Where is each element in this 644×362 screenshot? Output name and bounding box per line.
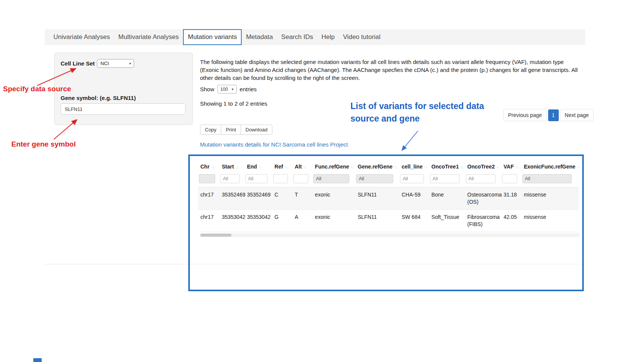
next-page-button[interactable]: Next page [560, 109, 594, 121]
tab-video-tutorial[interactable]: Video tutorial [339, 29, 385, 45]
filter-input-oncotree2[interactable] [466, 174, 496, 183]
filter-cell [501, 173, 521, 187]
table-cell: chr17 [198, 210, 219, 232]
blue-arrow-variants-table [402, 131, 418, 150]
gene-symbol-input[interactable] [61, 103, 186, 115]
column-header-alt[interactable]: Alt↑↓ [292, 161, 313, 173]
gene-symbol-label: Gene symbol: (e.g. SLFN11) [61, 95, 136, 101]
column-header-ref[interactable]: Ref↑↓ [272, 161, 292, 173]
table-cell: SW 684 [399, 210, 429, 232]
cell-line-set-row: Cell Line Set NCI ▾ [61, 59, 134, 68]
sort-icon: ↑↓ [284, 165, 288, 169]
current-page-button[interactable]: 1 [548, 109, 559, 121]
filter-select-gene-refgene[interactable]: All [356, 174, 393, 183]
annotation-list-of-variants: List of variants for selected data sourc… [350, 100, 502, 125]
table-cell: 31.18 [501, 187, 521, 210]
table-row[interactable]: chr173535246935352469CTexonicSLFN11CHA-5… [198, 187, 579, 210]
filter-cell [198, 173, 219, 187]
column-label: ExonicFunc.refGene [524, 164, 575, 170]
chevron-down-icon: ▾ [129, 61, 131, 66]
filter-select-exonicfunc-refgene[interactable]: All [522, 174, 572, 183]
tab-search-ids[interactable]: Search IDs [277, 29, 317, 45]
filter-cell [465, 173, 502, 187]
column-label: Ref [275, 164, 283, 170]
tab-metadata[interactable]: Metadata [242, 29, 277, 45]
filter-cell [399, 173, 429, 187]
download-button[interactable]: Download [241, 125, 272, 135]
table-cell: Osteosarcoma (OS) [465, 187, 502, 210]
column-header-chr[interactable]: Chr↑↓ [198, 161, 219, 173]
filter-input-end[interactable] [245, 174, 267, 183]
entries-label: entries [240, 86, 257, 92]
table-cell: chr17 [198, 187, 219, 210]
copy-button[interactable]: Copy [200, 125, 221, 135]
table-cell: SLFN11 [355, 187, 399, 210]
table-cell: 35353042 [219, 210, 245, 232]
column-header-cell-line[interactable]: cell_line↑↓ [399, 161, 429, 173]
page-length-select[interactable]: 100 ▾ [217, 85, 237, 94]
column-header-start[interactable]: Start↑↓ [219, 161, 245, 173]
column-header-func-refgene[interactable]: Func.refGene↑↓ [313, 161, 355, 173]
chevron-down-icon: ▾ [232, 87, 234, 91]
annotation-specify-data-source: Specify data source [3, 85, 71, 93]
filter-input-cell-line[interactable] [400, 174, 424, 183]
sort-icon: ↑↓ [235, 165, 238, 169]
sort-icon: ↑↓ [460, 165, 463, 169]
table-cell: Bone [429, 187, 465, 210]
sort-icon: ↑↓ [303, 165, 306, 169]
table-row[interactable]: chr173535304235353042GAexonicSLFN11SW 68… [198, 210, 579, 232]
column-header-vaf[interactable]: VAF↑↓ [501, 161, 521, 173]
table-cell: C [272, 187, 292, 210]
table-cell: 35352469 [245, 187, 272, 210]
table-caption-link[interactable]: Mutation variants details for NCI Sarcom… [200, 141, 348, 148]
previous-page-button[interactable]: Previous page [503, 109, 547, 121]
table-cell: Fibrosarcoma (FIBS) [465, 210, 502, 232]
column-header-gene-refgene[interactable]: Gene.refGene↑↓ [355, 161, 399, 173]
cell-line-set-select[interactable]: NCI ▾ [97, 59, 134, 68]
filter-input-oncotree1[interactable] [430, 174, 460, 183]
filter-cell: All [522, 173, 579, 187]
table-cell: 35352469 [219, 187, 245, 210]
column-header-oncotree1[interactable]: OncoTree1↑↓ [429, 161, 465, 173]
column-label: Func.refGene [315, 164, 349, 170]
tab-univariate-analyses[interactable]: Univariate Analyses [49, 29, 114, 45]
show-entries-row: Show 100 ▾ entries [200, 85, 257, 94]
annotation-enter-gene-symbol: Enter gene symbol [11, 140, 76, 148]
table-cell: SLFN11 [355, 210, 399, 232]
table-cell: missense [522, 187, 579, 210]
tab-mutation-variants[interactable]: Mutation variants [183, 29, 242, 45]
cell-line-set-value: NCI [100, 61, 109, 66]
sort-icon: ↑↓ [258, 165, 261, 169]
filter-input-ref[interactable] [273, 174, 288, 183]
cell-line-set-label: Cell Line Set [61, 60, 95, 67]
column-header-end[interactable]: End↑↓ [245, 161, 272, 173]
filter-input-alt[interactable] [293, 174, 308, 183]
column-label: OncoTree2 [467, 164, 495, 170]
tab-help[interactable]: Help [317, 29, 339, 45]
sort-icon: ↑↓ [496, 165, 499, 169]
tab-multivariate-analyses[interactable]: Multivariate Analyses [114, 29, 183, 45]
column-label: OncoTree1 [431, 164, 459, 170]
table-cell: exonic [313, 187, 355, 210]
print-button[interactable]: Print [221, 125, 241, 135]
filter-input-vaf[interactable] [502, 174, 517, 183]
table-cell: missense [522, 210, 579, 232]
filter-cell: All [313, 173, 355, 187]
variants-table: Chr↑↓Start↑↓End↑↓Ref↑↓Alt↑↓Func.refGene↑… [198, 161, 579, 232]
column-header-exonicfunc-refgene[interactable]: ExonicFunc.refGene↑↓ [522, 161, 579, 173]
showing-entries-info: Showing 1 to 2 of 2 entries [200, 100, 267, 107]
sort-icon: ↑↓ [424, 165, 427, 169]
column-label: End [247, 164, 257, 170]
table-cell: 42.05 [501, 210, 521, 232]
table-cell: A [292, 210, 313, 232]
filter-cell [245, 173, 272, 187]
scrollbar-thumb[interactable] [200, 234, 231, 237]
export-button-group: CopyPrintDownload [200, 125, 272, 135]
column-label: Chr [200, 164, 209, 170]
filter-select-chr[interactable] [199, 174, 215, 183]
filter-input-start[interactable] [220, 174, 240, 183]
filter-select-func-refgene[interactable]: All [313, 174, 349, 183]
column-header-oncotree2[interactable]: OncoTree2↑↓ [465, 161, 502, 173]
horizontal-scrollbar[interactable] [200, 233, 580, 237]
table-body: chr173535246935352469CTexonicSLFN11CHA-5… [198, 187, 579, 232]
